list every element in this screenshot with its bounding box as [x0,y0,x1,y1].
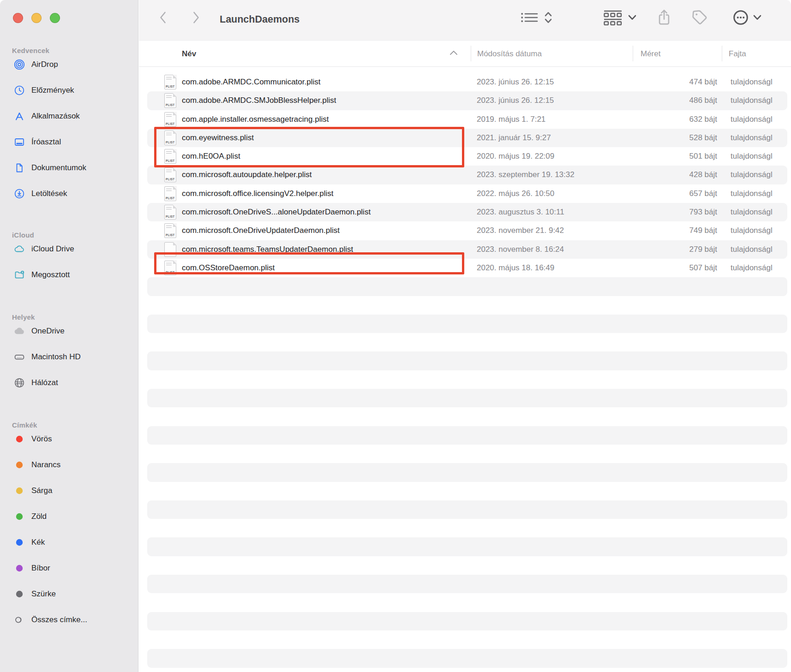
empty-row [139,389,791,407]
sidebar-item-b-bor[interactable]: Bíbor [0,559,138,577]
sidebar-item-label: Narancs [31,460,60,470]
file-name: com.adobe.ARMDC.SMJobBlessHelper.plist [182,91,336,110]
file-date: 2021. január 15. 9:27 [477,129,551,147]
back-button[interactable] [155,9,171,26]
minimize-button[interactable] [31,13,42,23]
sidebar-section-label: Kedvencek [0,46,138,55]
view-mode-button[interactable] [520,9,539,26]
column-divider[interactable] [633,46,633,61]
file-row[interactable]: PLIST com.apple.installer.osmessagetraci… [139,110,791,129]
file-row[interactable]: PLIST com.eyewitness.plist 2021. január … [139,129,791,147]
empty-row [139,500,791,519]
all-tags-icon [14,614,25,625]
file-size: 486 bájt [600,91,717,110]
sidebar-item-sz-rke[interactable]: Szürke [0,585,138,603]
sidebar-section-kedvencek: KedvencekAirDropElőzményekAlkalmazásokÍr… [0,46,138,210]
sidebar-item-megosztott[interactable]: Megosztott [0,266,138,284]
file-row[interactable]: PLIST com.OSStoreDaemon.plist 2020. máju… [139,259,791,277]
file-size: 632 bájt [600,110,717,129]
view-sort-chevrons[interactable] [542,9,554,26]
group-by-chevron[interactable] [627,9,638,26]
file-size: 507 bájt [600,259,717,277]
empty-row [139,649,791,667]
clock-icon [14,85,25,96]
sidebar-item-alkalmaz-sok[interactable]: Alkalmazások [0,107,138,125]
file-row[interactable]: PLIST com.microsoft.OneDriveS...aloneUpd… [139,203,791,221]
toolbar: LaunchDaemons [139,0,791,41]
sidebar-item-label: Megosztott [31,270,70,280]
document-icon [14,162,25,173]
plist-file-icon: PLIST [164,93,176,108]
harddisk-icon [14,351,25,363]
empty-row [139,370,791,389]
more-actions-chevron[interactable] [752,9,763,26]
empty-row [139,482,791,500]
sidebar-item-let-lt-sek[interactable]: Letöltések [0,184,138,203]
zoom-button[interactable] [50,13,60,23]
sidebar-section-helyek: HelyekOneDriveMacintosh HDHálózat [0,313,138,399]
file-kind: tulajdonságl [731,73,791,91]
column-divider[interactable] [471,46,471,61]
file-row[interactable]: PLIST com.microsoft.autoupdate.helper.pl… [139,166,791,184]
file-size: 793 bájt [600,203,717,221]
column-header-size[interactable]: Méret [641,41,660,67]
chevron-down-icon [753,15,761,20]
file-kind: tulajdonságl [731,129,791,147]
sidebar-item-label: Alkalmazások [31,112,80,121]
file-name: com.microsoft.teams.TeamsUpdaterDaemon.p… [182,240,353,259]
empty-row [139,333,791,351]
file-name: com.OSStoreDaemon.plist [182,259,275,277]
file-row[interactable]: PLIST com.adobe.ARMDC.Communicator.plist… [139,73,791,91]
file-row[interactable]: com.microsoft.teams.TeamsUpdaterDaemon.p… [139,240,791,259]
tag-button[interactable] [689,9,710,26]
sidebar-item-v-r-s[interactable]: Vörös [0,430,138,448]
sidebar-item-h-l-zat[interactable]: Hálózat [0,374,138,392]
group-by-button[interactable] [602,9,623,26]
close-button[interactable] [13,13,23,23]
file-size: 657 bájt [600,184,717,203]
sidebar-item-label: Kék [31,538,45,547]
file-name: com.eyewitness.plist [182,129,254,147]
sidebar-item-airdrop[interactable]: AirDrop [0,55,138,74]
sidebar-item-label: Sárga [31,486,52,495]
forward-button[interactable] [188,9,204,26]
share-button[interactable] [655,9,673,26]
sidebar-item-onedrive[interactable]: OneDrive [0,322,138,340]
sidebar-item-icloud-drive[interactable]: iCloud Drive [0,240,138,258]
column-divider[interactable] [722,46,722,61]
file-row[interactable]: PLIST com.microsoft.OneDriveUpdaterDaemo… [139,221,791,240]
column-header-name[interactable]: Név [182,41,196,67]
file-name: com.adobe.ARMDC.Communicator.plist [182,73,320,91]
file-row[interactable]: PLIST com.adobe.ARMDC.SMJobBlessHelper.p… [139,91,791,110]
file-kind: tulajdonságl [731,166,791,184]
file-kind: tulajdonságl [731,221,791,240]
sidebar-item-label: Vörös [31,434,52,444]
sidebar-item-narancs[interactable]: Narancs [0,456,138,474]
tag-dot-icon [14,434,25,445]
sidebar-item-macintosh-hd[interactable]: Macintosh HD [0,348,138,366]
file-row[interactable]: PLIST com.hE0OA.plist 2020. május 19. 22… [139,147,791,166]
sidebar-item-k-k[interactable]: Kék [0,533,138,552]
column-header-kind[interactable]: Fajta [729,41,746,67]
empty-row [139,315,791,333]
sidebar-item-dokumentumok[interactable]: Dokumentumok [0,159,138,177]
column-header-date[interactable]: Módosítás dátuma [477,41,542,67]
cloud-icon [14,244,25,255]
file-name: com.apple.installer.osmessagetracing.pli… [182,110,329,129]
more-actions-button[interactable] [731,9,750,26]
file-name: com.microsoft.autoupdate.helper.plist [182,166,312,184]
tag-dot-icon [14,511,25,522]
sidebar-item-el-zm-nyek[interactable]: Előzmények [0,81,138,100]
file-name: com.microsoft.OneDriveS...aloneUpdaterDa… [182,203,371,221]
file-row[interactable]: PLIST com.microsoft.office.licensingV2.h… [139,184,791,203]
shared-folder-icon [14,269,25,280]
sidebar-item-r-asztal[interactable]: Íróasztal [0,133,138,151]
sidebar-item-s-rga[interactable]: Sárga [0,482,138,500]
sidebar-item-label: Dokumentumok [31,163,86,172]
sidebar-item-sszes-c-mke[interactable]: Összes címke... [0,611,138,629]
empty-row [139,277,791,296]
file-name: com.microsoft.OneDriveUpdaterDaemon.plis… [182,221,340,240]
tag-icon [690,8,709,27]
sidebar-item-z-ld[interactable]: Zöld [0,507,138,526]
sidebar-item-label: Bíbor [31,564,50,573]
